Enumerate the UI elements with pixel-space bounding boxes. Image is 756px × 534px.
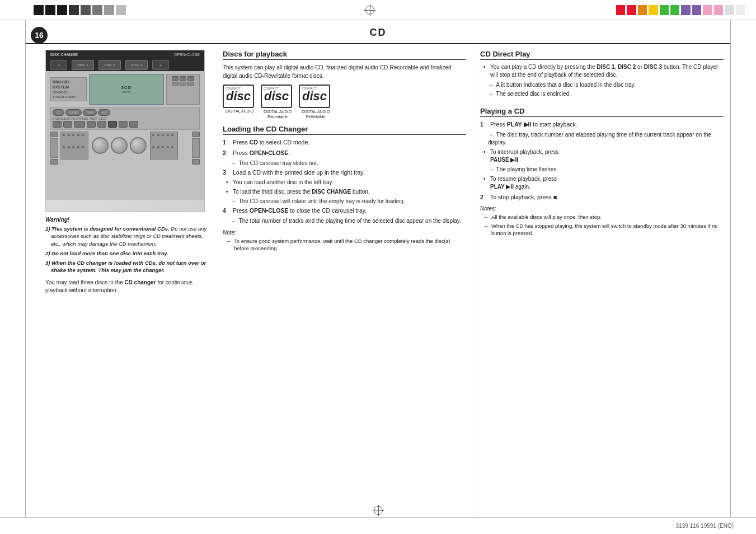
playing-notes-label: Notes: <box>480 205 724 212</box>
cd-direct-arrow-2: → The selected disc is encircled. <box>488 90 724 98</box>
treble-knob <box>130 137 147 154</box>
disc-icons-row: COMPACT disc DIGITAL AUDIO COMPACT disc … <box>223 85 466 119</box>
volume-knob <box>92 137 109 154</box>
disc3-btn: DISC 3 <box>644 64 662 70</box>
disc-icon-2: COMPACT disc DIGITAL AUDIORecordable <box>261 85 294 119</box>
cd-direct-intro: • You can play a CD directly by pressing… <box>483 63 724 79</box>
disc-change-label: DISC CHANGE <box>50 53 78 57</box>
loading-step-2a: → The CD carousel tray slides out. <box>231 160 466 167</box>
bullet-icon-1: • <box>226 179 231 186</box>
compact-label-2: COMPACT <box>264 87 279 90</box>
color-sq-green-1 <box>660 5 669 15</box>
color-sq-purple-1 <box>681 5 690 15</box>
arrow-icon-2a: → <box>231 160 236 166</box>
loading-notes: Note: – To ensure good system performanc… <box>223 229 466 252</box>
middle-column: Discs for playback This system can play … <box>216 44 473 517</box>
warning-section: Warning! 1) This system is designed for … <box>45 217 208 294</box>
loading-note-1-text: To ensure good system performance, wait … <box>234 237 466 252</box>
left-column: DISC CHANGE OPEN•CLOSE ■ DISC 1 DISC 2 D… <box>26 44 216 517</box>
loading-step-4: 4 Press OPEN•CLOSE to close the CD carou… <box>223 207 466 215</box>
step-3-content: Load a CD with the printed side up in th… <box>233 168 466 177</box>
step-1-num: 1 <box>223 138 231 147</box>
disc-icon-img-2: COMPACT disc <box>261 85 292 108</box>
disc-text-1: disc <box>226 90 251 102</box>
disc-1-sublabel: DIGITAL AUDIO <box>223 109 256 114</box>
playing-interrupt: • To interrupt playback, pressPAUSE ▶II <box>483 148 724 164</box>
header-bar <box>0 0 756 20</box>
header-sq-6 <box>92 5 102 15</box>
warning-item-3: 3) When the CD changer is loaded with CD… <box>45 259 208 274</box>
disc2-btn: DISC 2 <box>618 64 636 70</box>
disc-icon-img-1: COMPACT disc <box>223 85 254 108</box>
crosshair-icon <box>364 4 375 16</box>
cd-direct-arrow-1: → A lit button indicates that a disc is … <box>488 81 724 89</box>
crosshair-vertical <box>370 4 370 16</box>
play-step-2-content: To stop playback, press ■. <box>490 193 724 202</box>
step-4-bold: OPEN•CLOSE <box>250 207 289 214</box>
play-step-2-num: 2 <box>480 193 488 202</box>
right-column: CD Direct Play • You can play a CD direc… <box>473 44 730 517</box>
color-sq-red-1 <box>616 5 625 15</box>
playing-note-2-text: When the CD has stopped playing, the sys… <box>491 222 724 237</box>
color-sq-red-2 <box>627 5 636 15</box>
dash-icon-2: – <box>485 222 489 237</box>
step-4-content: Press OPEN•CLOSE to close the CD carouse… <box>233 207 466 215</box>
disc-2-sublabel: DIGITAL AUDIORecordable <box>261 109 294 119</box>
play-step-1-num: 1 <box>480 120 488 129</box>
disc-icon-img-3: COMPACT disc <box>299 85 330 108</box>
disc-text-2: disc <box>264 90 289 102</box>
bass-knob <box>111 137 128 154</box>
step-4-num: 4 <box>223 207 231 215</box>
open-close-label: OPEN•CLOSE <box>174 53 200 57</box>
color-sq-light <box>725 5 734 15</box>
warning-item-2: 2) Do not load more than one disc into e… <box>45 250 208 257</box>
loading-bullet-1-text: You can load another disc in the left tr… <box>233 179 334 186</box>
crosshair-horizontal <box>364 10 375 11</box>
header-sq-3 <box>57 5 67 15</box>
arrow-icon-play-1a: → <box>488 132 494 138</box>
continuous-note-text: You may load three discs in the CD chang… <box>45 279 192 293</box>
brand-label: MINI HiFi SYSTEM <box>53 79 84 90</box>
stop-symbol: ■ <box>553 194 557 200</box>
header-sq-5 <box>81 5 91 15</box>
arrow-icon-direct-1: → <box>488 82 494 88</box>
disc-icon-3: COMPACT disc DIGITAL AUDIOReWritable <box>299 85 332 119</box>
loading-bullet-2: • To load the third disc, press the DISC… <box>226 188 466 196</box>
discs-heading: Discs for playback <box>223 50 466 60</box>
header-squares <box>34 5 126 15</box>
bullet-icon-direct: • <box>483 63 488 79</box>
color-sq-green-2 <box>670 5 679 15</box>
arrow-icon-interrupt: → <box>488 166 494 172</box>
discs-intro: This system can play all digital audio C… <box>223 63 466 80</box>
step-2-bold: OPEN•CLOSE <box>250 149 289 156</box>
color-sq-yellow <box>649 5 658 15</box>
playing-interrupt-arrow: → The playing time flashes. <box>488 166 724 174</box>
step-1-content: Press CD to select CD mode. <box>233 138 466 147</box>
playing-note-1-text: All the available discs will play once, … <box>491 213 602 221</box>
warning-title: Warning! <box>45 217 208 223</box>
loading-bullet-1: • You can load another disc in the left … <box>226 179 466 186</box>
loading-step-1: 1 Press CD to select CD mode. <box>223 138 466 147</box>
playing-interrupt-text: To interrupt playback, pressPAUSE ▶II <box>490 148 558 164</box>
play-btn: PLAY ▶II <box>507 121 532 128</box>
play-step-1-content: Press PLAY ▶II to start playback. <box>490 120 724 129</box>
warning-item-1: 1) This system is designed for conventio… <box>45 225 208 247</box>
main-content: CD DISC CHANGE OPEN•CLOSE ■ DISC 1 <box>26 20 730 517</box>
pause-btn: PAUSE ▶II <box>490 157 518 163</box>
playing-heading: Playing a CD <box>480 107 724 117</box>
loading-note-1: – To ensure good system performance, wai… <box>227 237 466 252</box>
playing-note-2: – When the CD has stopped playing, the s… <box>485 222 724 237</box>
header-center <box>123 4 616 16</box>
main-columns: DISC CHANGE OPEN•CLOSE ■ DISC 1 DISC 2 D… <box>26 44 730 517</box>
disc1-btn: DISC 1 <box>597 64 614 70</box>
color-sq-orange <box>638 5 647 15</box>
right-border-line <box>730 20 731 517</box>
warning-1-bold: 1) This system is designed for conventio… <box>45 226 171 232</box>
disc-text-3: disc <box>302 90 327 102</box>
color-sq-purple-2 <box>692 5 701 15</box>
playing-resume-text: To resume playback, pressPLAY ▶II again. <box>490 175 557 191</box>
footer-bar: 3139 116 19591 (ENG) <box>0 517 756 534</box>
warning-2-bold: 2) Do not load more than one disc into e… <box>45 250 168 256</box>
compact-label-1: COMPACT <box>226 87 241 90</box>
step-3-num: 3 <box>223 168 231 177</box>
